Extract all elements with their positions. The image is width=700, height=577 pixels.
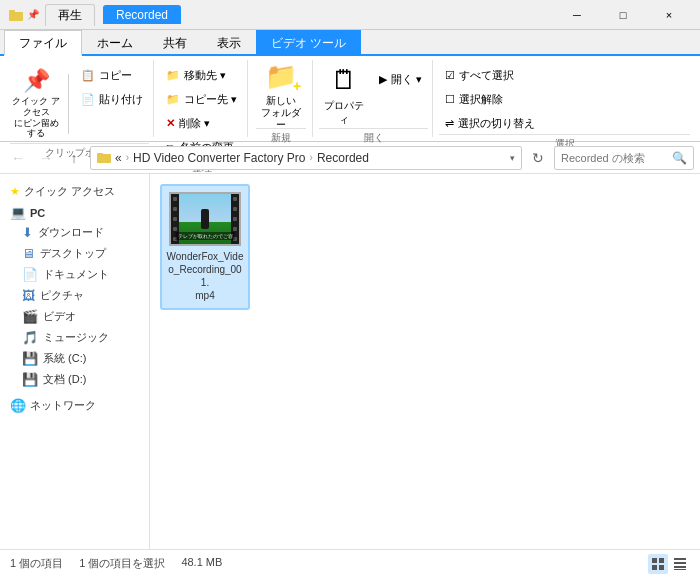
film-hole: [233, 207, 237, 211]
open-col: ▶ 開く ▾: [373, 68, 428, 90]
breadcrumb-hd[interactable]: HD Video Converter Factory Pro: [133, 151, 306, 165]
c-drive-icon: 💾: [22, 351, 38, 366]
file-content: テレプが取れたのでご容 WonderFox_Video_Recording_00…: [150, 174, 700, 549]
videos-icon: 🎬: [22, 309, 38, 324]
tab-play[interactable]: 再生: [45, 4, 95, 26]
sidebar-item-videos[interactable]: 🎬 ビデオ: [0, 306, 149, 327]
person-silhouette: [201, 209, 209, 229]
video-frame: テレプが取れたのでご容: [171, 194, 239, 244]
new-folder-icon: 📁 +: [265, 61, 297, 92]
search-box[interactable]: 🔍: [554, 146, 694, 170]
title-bar-icons: 📌: [8, 7, 39, 23]
sidebar: ★ クイック アクセス 💻 PC ⬇ ダウンロード 🖥 デスクトップ 📄 ドキュ…: [0, 174, 150, 549]
tab-video-tools[interactable]: ビデオ ツール: [256, 30, 361, 54]
pictures-icon: 🖼: [22, 288, 35, 303]
sidebar-pc[interactable]: 💻 PC: [0, 201, 149, 222]
copy-to-button[interactable]: 📁 コピー先 ▾: [160, 88, 243, 110]
music-icon: 🎵: [22, 330, 38, 345]
quick-access-icon: 📌: [27, 9, 39, 20]
folder-breadcrumb-icon: [97, 151, 111, 165]
breadcrumb-recorded[interactable]: Recorded: [317, 151, 369, 165]
details-view-button[interactable]: [670, 554, 690, 574]
d-drive-icon: 💾: [22, 372, 38, 387]
sidebar-item-downloads[interactable]: ⬇ ダウンロード: [0, 222, 149, 243]
sidebar-quick-access[interactable]: ★ クイック アクセス: [0, 180, 149, 201]
forward-button[interactable]: →: [34, 146, 58, 170]
minimize-button[interactable]: ─: [554, 0, 600, 30]
pc-icon: 💻: [10, 205, 26, 220]
select-all-button[interactable]: ☑ すべて選択: [439, 64, 690, 86]
address-bar: ← → ↑ « › HD Video Converter Factory Pro…: [0, 142, 700, 174]
breadcrumb-sep1: ›: [126, 152, 129, 163]
sidebar-item-desktop[interactable]: 🖥 デスクトップ: [0, 243, 149, 264]
file-thumbnail: テレプが取れたのでご容: [169, 192, 241, 246]
network-icon: 🌐: [10, 398, 26, 413]
maximize-button[interactable]: □: [600, 0, 646, 30]
delete-button[interactable]: ✕ 削除 ▾: [160, 112, 243, 134]
svg-rect-4: [652, 558, 657, 563]
sidebar-item-pictures[interactable]: 🖼 ピクチャ: [0, 285, 149, 306]
tab-view[interactable]: 表示: [202, 30, 256, 54]
ribbon-body: 📌 クイック アクセスにピン留めする 📋 コピー 📄 貼り付け クリップボード …: [0, 56, 700, 142]
title-bar-left: 📌 再生 Recorded: [8, 4, 181, 26]
tab-recorded[interactable]: Recorded: [103, 5, 181, 24]
tab-file[interactable]: ファイル: [4, 30, 82, 56]
paste-button[interactable]: 📄 貼り付け: [75, 88, 149, 110]
clipboard-group: 📌 クイック アクセスにピン留めする 📋 コピー 📄 貼り付け クリップボード: [6, 60, 154, 137]
properties-button[interactable]: 🗒 プロパティ: [319, 64, 369, 128]
title-bar-controls: ─ □ ×: [554, 0, 692, 30]
open-group: 🗒 プロパティ ▶ 開く ▾ 開く: [315, 60, 433, 137]
close-button[interactable]: ×: [646, 0, 692, 30]
breadcrumb-sep2: ›: [310, 152, 313, 163]
deselect-button[interactable]: ☐ 選択解除: [439, 88, 690, 110]
svg-rect-8: [674, 558, 686, 560]
copy-button[interactable]: 📋 コピー: [75, 64, 149, 86]
new-folder-button[interactable]: 📁 + 新しいフォルダー: [256, 64, 306, 128]
film-hole: [173, 227, 177, 231]
move-to-button[interactable]: 📁 移動先 ▾: [160, 64, 243, 86]
delete-icon: ✕: [166, 117, 175, 130]
breadcrumb-dropdown[interactable]: ▾: [510, 153, 515, 163]
file-label: WonderFox_Video_Recording_001.mp4: [166, 250, 244, 302]
search-icon: 🔍: [672, 151, 687, 165]
svg-rect-7: [659, 565, 664, 570]
film-hole: [233, 227, 237, 231]
downloads-icon: ⬇: [22, 225, 33, 240]
refresh-button[interactable]: ↻: [526, 146, 550, 170]
large-icons-view-button[interactable]: [648, 554, 668, 574]
film-hole: [233, 197, 237, 201]
selected-info: 1 個の項目を選択: [79, 556, 165, 571]
sidebar-item-music[interactable]: 🎵 ミュージック: [0, 327, 149, 348]
svg-rect-5: [659, 558, 664, 563]
star-icon: ★: [10, 185, 20, 198]
breadcrumb-root[interactable]: «: [115, 151, 122, 165]
details-icon: [673, 557, 687, 571]
tab-home[interactable]: ホーム: [82, 30, 148, 54]
open-button[interactable]: ▶ 開く ▾: [373, 68, 428, 90]
move-icon: 📁: [166, 69, 180, 82]
open-icon: ▶: [379, 73, 387, 86]
up-button[interactable]: ↑: [62, 146, 86, 170]
breadcrumb-bar[interactable]: « › HD Video Converter Factory Pro › Rec…: [90, 146, 522, 170]
sidebar-network[interactable]: 🌐 ネットワーク: [0, 394, 149, 415]
file-item-recording[interactable]: テレプが取れたのでご容 WonderFox_Video_Recording_00…: [160, 184, 250, 310]
copy-to-icon: 📁: [166, 93, 180, 106]
select-col: ☑ すべて選択 ☐ 選択解除 ⇌ 選択の切り替え: [439, 60, 690, 134]
open-label: 開く: [319, 128, 428, 147]
select-group: ☑ すべて選択 ☐ 選択解除 ⇌ 選択の切り替え 選択: [435, 60, 694, 137]
tab-share[interactable]: 共有: [148, 30, 202, 54]
sidebar-item-documents[interactable]: 📄 ドキュメント: [0, 264, 149, 285]
title-bar: 📌 再生 Recorded ─ □ ×: [0, 0, 700, 30]
invert-selection-button[interactable]: ⇌ 選択の切り替え: [439, 112, 690, 134]
new-label: 新規: [256, 128, 306, 147]
search-input[interactable]: [561, 152, 668, 164]
folder-icon: [8, 7, 24, 23]
sidebar-item-c-drive[interactable]: 💾 系統 (C:): [0, 348, 149, 369]
thumbnail-text-overlay: テレプが取れたのでご容: [176, 232, 235, 240]
properties-icon: 🗒: [331, 65, 357, 96]
svg-rect-1: [9, 10, 15, 14]
sidebar-item-d-drive[interactable]: 💾 文档 (D:): [0, 369, 149, 390]
main-area: ★ クイック アクセス 💻 PC ⬇ ダウンロード 🖥 デスクトップ 📄 ドキュ…: [0, 174, 700, 549]
back-button[interactable]: ←: [6, 146, 30, 170]
pin-button[interactable]: 📌 クイック アクセスにピン留めする: [10, 64, 62, 143]
